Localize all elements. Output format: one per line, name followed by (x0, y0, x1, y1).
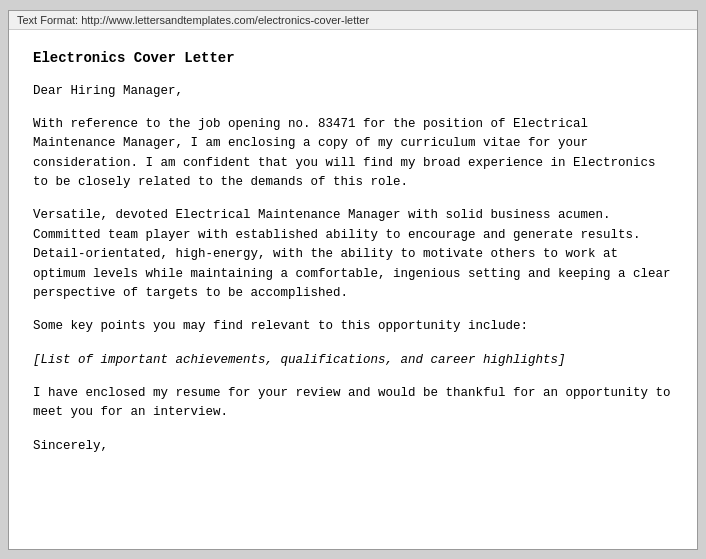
paragraph-1: With reference to the job opening no. 83… (33, 115, 673, 193)
paragraph-4: [List of important achievements, qualifi… (33, 351, 673, 370)
url-label: Text Format: (17, 14, 78, 26)
url-bar: Text Format: http://www.lettersandtempla… (9, 11, 697, 30)
document-title: Electronics Cover Letter (33, 50, 673, 66)
greeting: Dear Hiring Manager, (33, 82, 673, 101)
document-window: Text Format: http://www.lettersandtempla… (8, 10, 698, 550)
paragraph-2: Versatile, devoted Electrical Maintenanc… (33, 206, 673, 303)
document-content: Electronics Cover Letter Dear Hiring Man… (9, 30, 697, 549)
closing: Sincerely, (33, 437, 673, 456)
paragraph-5: I have enclosed my resume for your revie… (33, 384, 673, 423)
url-value: http://www.lettersandtemplates.com/elect… (81, 14, 369, 26)
paragraph-3: Some key points you may find relevant to… (33, 317, 673, 336)
